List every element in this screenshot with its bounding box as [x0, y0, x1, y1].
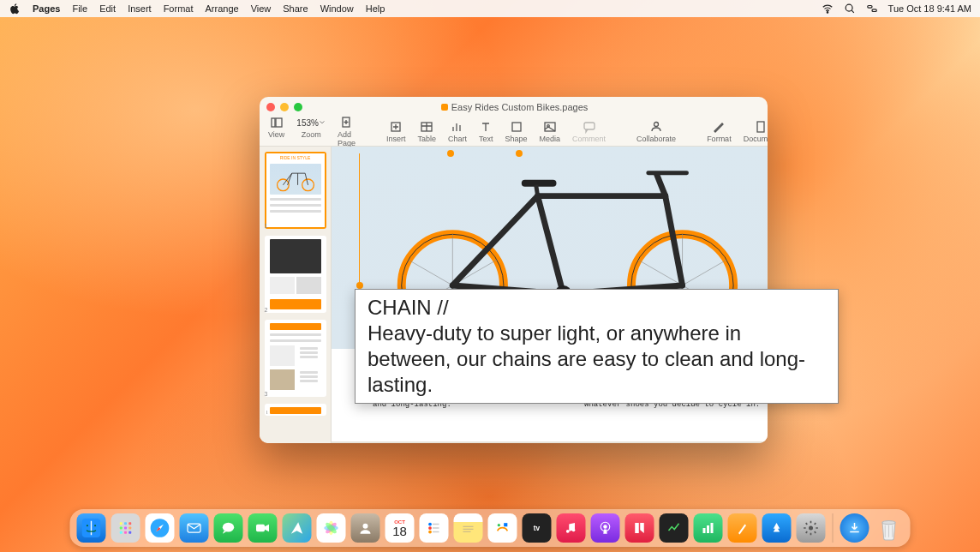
- dock-stocks[interactable]: [660, 513, 689, 543]
- svg-point-38: [94, 525, 96, 526]
- add-page-icon: [339, 116, 353, 129]
- menubar-format[interactable]: Format: [164, 3, 194, 14]
- dock-news[interactable]: [625, 513, 654, 543]
- svg-rect-4: [272, 118, 275, 127]
- svg-point-78: [809, 526, 813, 531]
- svg-rect-40: [124, 522, 127, 525]
- svg-rect-46: [124, 531, 127, 534]
- page-thumbnail-3[interactable]: 3: [265, 320, 326, 397]
- dock-safari[interactable]: [146, 513, 175, 543]
- apple-menu-icon[interactable]: [9, 3, 21, 15]
- svg-rect-9: [512, 123, 521, 131]
- dock-mail[interactable]: [180, 513, 209, 543]
- fullscreen-button[interactable]: [294, 103, 302, 111]
- collaborate-icon: [649, 120, 663, 134]
- toolbar-document[interactable]: Document: [744, 120, 768, 143]
- dock-notes[interactable]: [454, 513, 483, 543]
- menubar-edit[interactable]: Edit: [99, 3, 116, 14]
- toolbar-media[interactable]: Media: [540, 120, 561, 143]
- svg-rect-69: [504, 523, 507, 526]
- svg-point-58: [363, 524, 368, 529]
- toolbar-view[interactable]: View: [268, 116, 284, 147]
- svg-rect-76: [707, 525, 709, 533]
- svg-point-1: [846, 4, 852, 11]
- toolbar-add-page[interactable]: Add Page: [338, 116, 356, 147]
- toolbar-insert[interactable]: Insert: [386, 120, 406, 143]
- dock-finder[interactable]: [77, 513, 106, 543]
- menubar-file[interactable]: File: [72, 3, 87, 14]
- dock-messages[interactable]: [214, 513, 243, 543]
- spotlight-icon[interactable]: [844, 3, 856, 15]
- callout-dot-frame[interactable]: [516, 150, 523, 157]
- insert-icon: [389, 120, 403, 134]
- svg-point-71: [566, 530, 570, 533]
- minimize-button[interactable]: [280, 103, 289, 111]
- dock-freeform[interactable]: [488, 513, 517, 543]
- page-thumbnails-sidebar: RIDE IN STYLE 1 2: [260, 147, 332, 443]
- toolbar-chart[interactable]: Chart: [448, 120, 467, 143]
- svg-rect-62: [433, 527, 439, 529]
- menubar-view[interactable]: View: [251, 3, 272, 14]
- close-button[interactable]: [266, 103, 275, 111]
- menubar-arrange[interactable]: Arrange: [205, 3, 238, 14]
- menubar: Pages File Edit Insert Format Arrange Vi…: [0, 0, 980, 17]
- svg-rect-12: [584, 123, 595, 129]
- dock-maps[interactable]: [283, 513, 312, 543]
- dock-settings[interactable]: [797, 513, 826, 543]
- hover-text-title: CHAIN //: [368, 295, 826, 321]
- menubar-share[interactable]: Share: [283, 3, 308, 14]
- dock-downloads[interactable]: [840, 513, 869, 543]
- dock-music[interactable]: [557, 513, 586, 543]
- dock: OCT18 tv: [70, 509, 911, 547]
- toolbar-comment[interactable]: Comment: [572, 120, 606, 143]
- zoom-value: 153%: [296, 116, 326, 129]
- dock-facetime[interactable]: [248, 513, 278, 543]
- menubar-app-name[interactable]: Pages: [33, 3, 60, 14]
- svg-point-52: [223, 523, 234, 532]
- svg-rect-75: [703, 528, 706, 533]
- control-center-icon[interactable]: [866, 3, 878, 15]
- callout-dot-seat[interactable]: [447, 150, 454, 157]
- menubar-window[interactable]: Window: [320, 3, 354, 14]
- wifi-icon[interactable]: [822, 3, 834, 15]
- svg-point-0: [827, 12, 828, 13]
- svg-point-68: [498, 524, 500, 526]
- svg-rect-65: [463, 526, 474, 527]
- dock-podcasts[interactable]: [591, 513, 620, 543]
- document-proxy-icon[interactable]: [441, 104, 448, 111]
- dock-contacts[interactable]: [351, 513, 380, 543]
- page-thumbnail-2[interactable]: 2: [265, 236, 326, 313]
- svg-rect-64: [433, 531, 439, 533]
- menubar-clock[interactable]: Tue Oct 18 9:41 AM: [888, 3, 971, 14]
- dock-numbers[interactable]: [694, 513, 723, 543]
- svg-rect-44: [128, 527, 131, 530]
- table-icon: [420, 120, 433, 134]
- media-icon: [543, 120, 557, 134]
- dock-tv[interactable]: tv: [523, 513, 552, 543]
- menubar-help[interactable]: Help: [366, 3, 385, 14]
- callout-dot-wheel[interactable]: [356, 282, 363, 289]
- svg-rect-39: [120, 522, 122, 525]
- dock-appstore[interactable]: [762, 513, 792, 543]
- dock-trash[interactable]: [875, 513, 904, 543]
- dock-photos[interactable]: [317, 513, 346, 543]
- text-icon: [479, 120, 493, 134]
- toolbar-shape[interactable]: Shape: [505, 120, 528, 143]
- toolbar-text[interactable]: Text: [479, 120, 493, 143]
- svg-rect-5: [276, 118, 282, 127]
- toolbar-zoom[interactable]: 153% Zoom: [296, 116, 326, 147]
- toolbar-table[interactable]: Table: [417, 120, 436, 143]
- page-thumbnail-1[interactable]: RIDE IN STYLE 1: [265, 152, 326, 229]
- shape-icon: [510, 120, 523, 134]
- toolbar-format[interactable]: Format: [707, 120, 732, 143]
- svg-point-79: [882, 520, 895, 524]
- dock-launchpad[interactable]: [111, 513, 140, 543]
- page-thumbnail-4[interactable]: 4: [265, 404, 326, 416]
- svg-rect-43: [124, 527, 127, 530]
- dock-pages[interactable]: [728, 513, 757, 543]
- toolbar-collaborate[interactable]: Collaborate: [636, 120, 676, 143]
- svg-point-13: [654, 123, 659, 127]
- menubar-insert[interactable]: Insert: [128, 3, 152, 14]
- dock-reminders[interactable]: [420, 513, 449, 543]
- dock-calendar[interactable]: OCT18: [385, 513, 415, 543]
